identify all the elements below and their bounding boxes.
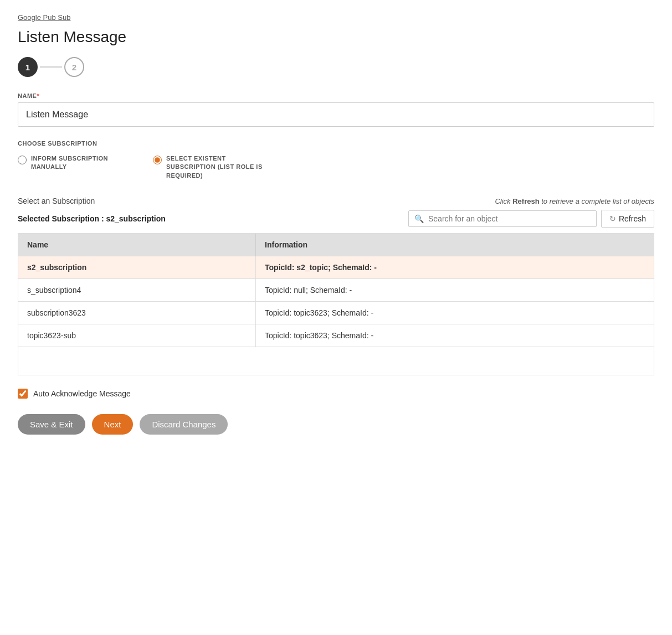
table-cell-info: TopicId: topic3623; SchemaId: - bbox=[256, 302, 654, 324]
selected-subscription-value: Selected Subscription : s2_subscription bbox=[18, 214, 166, 223]
subscription-table: Name Information s2_subscriptionTopicId:… bbox=[18, 234, 654, 375]
required-star: * bbox=[37, 92, 39, 99]
table-cell-info: TopicId: topic3623; SchemaId: - bbox=[256, 324, 654, 347]
selected-subscription-row: Selected Subscription : s2_subscription … bbox=[18, 210, 654, 228]
save-exit-button[interactable]: Save & Exit bbox=[18, 414, 85, 435]
radio-manual[interactable] bbox=[18, 156, 27, 164]
table-header-row: Name Information bbox=[18, 234, 654, 256]
table-row[interactable]: s2_subscriptionTopicId: s2_topic; Schema… bbox=[18, 256, 654, 279]
refresh-button[interactable]: ↻ Refresh bbox=[601, 210, 654, 228]
table-cell-info: TopicId: null; SchemaId: - bbox=[256, 279, 654, 302]
select-subscription-label: Select an Subscription bbox=[18, 197, 95, 205]
search-icon: 🔍 bbox=[414, 214, 424, 223]
radio-existent-label: SELECT EXISTENT SUBSCRIPTION (LIST ROLE … bbox=[166, 154, 266, 180]
table-cell-name: topic3623-sub bbox=[18, 324, 256, 347]
name-input[interactable] bbox=[18, 102, 654, 127]
discard-changes-button[interactable]: Discard Changes bbox=[140, 414, 228, 435]
auto-ack-checkbox[interactable] bbox=[18, 389, 28, 399]
steps-row: 1 2 bbox=[18, 57, 654, 77]
table-row[interactable]: subscription3623TopicId: topic3623; Sche… bbox=[18, 302, 654, 324]
radio-group: INFORM SUBSCRIPTION MANUALLY SELECT EXIS… bbox=[18, 154, 654, 180]
name-label: NAME* bbox=[18, 92, 654, 99]
table-cell-name: s_subscription4 bbox=[18, 279, 256, 302]
search-input[interactable] bbox=[428, 214, 591, 223]
step-1[interactable]: 1 bbox=[18, 57, 38, 77]
table-row[interactable]: s_subscription4TopicId: null; SchemaId: … bbox=[18, 279, 654, 302]
search-box[interactable]: 🔍 bbox=[408, 210, 597, 227]
auto-ack-row: Auto Acknowledge Message bbox=[18, 389, 654, 399]
radio-manual-label: INFORM SUBSCRIPTION MANUALLY bbox=[31, 154, 131, 172]
refresh-icon: ↻ bbox=[609, 214, 616, 223]
refresh-hint: Click Refresh to retrieve a complete lis… bbox=[495, 197, 654, 205]
radio-option-existent[interactable]: SELECT EXISTENT SUBSCRIPTION (LIST ROLE … bbox=[153, 154, 266, 180]
table-empty-row bbox=[18, 347, 654, 375]
table-cell-info: TopicId: s2_topic; SchemaId: - bbox=[256, 256, 654, 279]
radio-existent[interactable] bbox=[153, 156, 162, 164]
table-cell-name: s2_subscription bbox=[18, 256, 256, 279]
col-name-header: Name bbox=[18, 234, 256, 256]
step-connector bbox=[40, 66, 62, 68]
table-cell-name: subscription3623 bbox=[18, 302, 256, 324]
step-2[interactable]: 2 bbox=[64, 57, 84, 77]
actions-row: Save & Exit Next Discard Changes bbox=[18, 414, 654, 435]
next-button[interactable]: Next bbox=[92, 414, 134, 435]
search-refresh-row: 🔍 ↻ Refresh bbox=[408, 210, 654, 228]
subscription-header: Select an Subscription Click Refresh to … bbox=[18, 197, 654, 205]
radio-option-manual[interactable]: INFORM SUBSCRIPTION MANUALLY bbox=[18, 154, 131, 180]
col-info-header: Information bbox=[256, 234, 654, 256]
page-title: Listen Message bbox=[18, 28, 654, 46]
table-row[interactable]: topic3623-subTopicId: topic3623; SchemaI… bbox=[18, 324, 654, 347]
auto-ack-label: Auto Acknowledge Message bbox=[33, 389, 131, 398]
subscription-table-wrapper: Name Information s2_subscriptionTopicId:… bbox=[18, 233, 654, 375]
breadcrumb[interactable]: Google Pub Sub bbox=[18, 13, 654, 22]
subscription-section-label: CHOOSE SUBSCRIPTION bbox=[18, 140, 654, 147]
